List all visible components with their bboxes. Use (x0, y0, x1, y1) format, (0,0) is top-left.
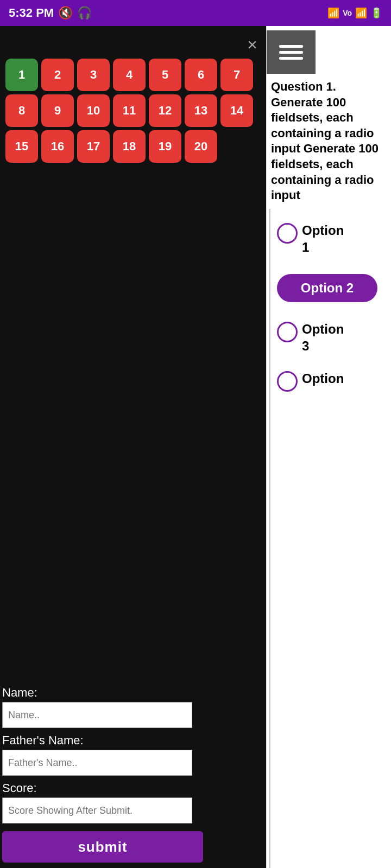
close-button[interactable]: × (247, 35, 257, 55)
number-btn-11[interactable]: 11 (113, 94, 146, 127)
option-item-4[interactable]: Option (274, 362, 388, 399)
option-label-3: Option 3 (302, 321, 344, 354)
options-list: Option 1Option 2Option 3Option (270, 209, 391, 405)
number-btn-2[interactable]: 2 (41, 59, 74, 91)
number-btn-10[interactable]: 10 (77, 94, 110, 127)
option-row-3: Option 3 (277, 321, 384, 354)
radio-circle-1[interactable] (277, 223, 298, 244)
headphone-icon: 🎧 (77, 6, 92, 20)
option-item-1[interactable]: Option 1 (274, 214, 388, 263)
score-label: Score: (2, 781, 261, 795)
mute-icon: 🔇 (58, 6, 73, 20)
options-scroll: Option 1Option 2Option 3Option (269, 209, 391, 868)
status-time: 5:32 PM (9, 6, 54, 20)
hamburger-line-3 (279, 57, 303, 60)
number-btn-8[interactable]: 8 (5, 94, 38, 127)
hamburger-line-2 (279, 51, 303, 54)
number-btn-7[interactable]: 7 (220, 59, 253, 91)
number-btn-14[interactable]: 14 (220, 94, 253, 127)
option-row-4: Option (277, 370, 384, 392)
submit-button[interactable]: submit (2, 831, 203, 863)
name-input[interactable] (2, 702, 192, 728)
number-btn-6[interactable]: 6 (185, 59, 217, 91)
option-selected-btn-2[interactable]: Option 2 (277, 274, 377, 302)
option-label-4: Option (302, 370, 344, 387)
number-btn-15[interactable]: 15 (5, 130, 38, 163)
vo-label: Vo (343, 9, 352, 17)
option-label-1: Option 1 (302, 222, 344, 256)
number-btn-5[interactable]: 5 (149, 59, 181, 91)
number-btn-4[interactable]: 4 (113, 59, 146, 91)
fathers-name-input[interactable] (2, 750, 192, 776)
option-row-1: Option 1 (277, 222, 384, 256)
number-btn-12[interactable]: 12 (149, 94, 181, 127)
form-area: Name: Father's Name: Score: submit (0, 680, 266, 868)
right-panel: Question 1. Generate 100 fieldsets, each… (266, 26, 391, 868)
battery-icon: 🔋 (370, 7, 382, 19)
option-item-2[interactable]: Option 2 (274, 263, 388, 313)
number-btn-20[interactable]: 20 (185, 130, 217, 163)
number-btn-9[interactable]: 9 (41, 94, 74, 127)
number-btn-13[interactable]: 13 (185, 94, 217, 127)
score-input[interactable] (2, 797, 192, 824)
status-bar: 5:32 PM 🔇 🎧 📶 Vo 📶 🔋 (0, 0, 391, 26)
number-btn-18[interactable]: 18 (113, 130, 146, 163)
number-btn-1[interactable]: 1 (5, 59, 38, 91)
option-item-3[interactable]: Option 3 (274, 313, 388, 362)
hamburger-button[interactable] (267, 30, 316, 74)
status-bar-left: 5:32 PM 🔇 🎧 (9, 6, 92, 20)
fathers-name-label: Father's Name: (2, 733, 261, 748)
signal-icon: 📶 (327, 7, 339, 19)
main-container: × 1234567891011121314151617181920 Name: … (0, 26, 391, 868)
wifi-icon: 📶 (355, 7, 367, 19)
status-bar-right: 📶 Vo 📶 🔋 (327, 7, 382, 19)
number-btn-19[interactable]: 19 (149, 130, 181, 163)
left-panel: × 1234567891011121314151617181920 Name: … (0, 26, 266, 868)
number-btn-16[interactable]: 16 (41, 130, 74, 163)
hamburger-line-1 (279, 45, 303, 48)
question-text: Question 1. Generate 100 fieldsets, each… (267, 74, 391, 209)
number-grid: 1234567891011121314151617181920 (0, 26, 266, 168)
radio-circle-3[interactable] (277, 322, 298, 342)
name-label: Name: (2, 686, 261, 700)
radio-circle-4[interactable] (277, 371, 298, 392)
number-btn-3[interactable]: 3 (77, 59, 110, 91)
number-btn-17[interactable]: 17 (77, 130, 110, 163)
